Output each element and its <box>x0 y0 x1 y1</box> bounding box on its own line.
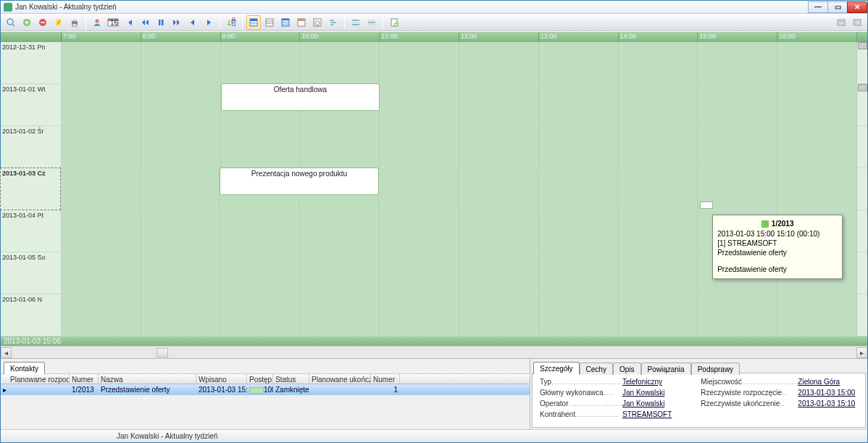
day-row-3[interactable]: 2013-01-03 Cz Prezentacja nowego produkt… <box>1 168 867 210</box>
time-col-16: 16:00 <box>777 33 796 40</box>
scroll-left-icon[interactable]: ◂ <box>1 347 12 358</box>
col-planned-end[interactable]: Planowane ukończeni <box>309 374 371 384</box>
view-week-icon[interactable] <box>246 15 261 30</box>
horizontal-scrollbar[interactable]: ◂ ▸ <box>1 346 867 358</box>
svg-rect-7 <box>72 24 77 26</box>
calendar-grid[interactable]: 2012-12-31 Pn 2013-01-01 Wt Oferta handl… <box>1 42 867 336</box>
bottom-panel: Kontakty Planowane rozpoczęci Numer Nazw… <box>1 358 867 429</box>
tab-kontakty[interactable]: Kontakty <box>4 362 45 374</box>
search-icon[interactable] <box>4 15 18 30</box>
pause-icon[interactable] <box>154 15 168 30</box>
delete-icon[interactable] <box>36 15 50 30</box>
report-icon[interactable] <box>387 15 401 30</box>
day-label-current: 2013-01-03 Cz <box>0 167 61 210</box>
prev-fast-icon[interactable] <box>138 15 152 30</box>
print-icon[interactable] <box>67 15 82 30</box>
time-col-11: 11:00 <box>380 33 398 40</box>
label-miejscowosc: Miejscowość <box>701 378 742 386</box>
scroll-thumb[interactable] <box>157 348 168 357</box>
svg-rect-38 <box>368 24 375 25</box>
list1-icon[interactable] <box>349 15 363 30</box>
appointment-tooltip: 1/2013 2013-01-03 15:00 15:10 (00:10) [1… <box>712 215 843 279</box>
tab-szczegoly[interactable]: Szczegóły <box>533 362 580 374</box>
appointment-oferta[interactable]: Oferta handlowa <box>221 83 380 111</box>
value-kontrahent[interactable]: STREAMSOFT <box>622 410 672 418</box>
layout1-icon[interactable] <box>834 15 848 30</box>
layout2-icon[interactable] <box>850 15 864 30</box>
table-row[interactable]: ▸ 1/2013 Przedstawienie oferty 2013-01-0… <box>1 384 530 395</box>
time-col-13: 13:00 <box>539 33 557 40</box>
window-title: Jan Kowalski - Aktualny tydzień <box>15 3 117 11</box>
view-day-icon[interactable] <box>294 15 309 30</box>
svg-rect-36 <box>368 20 375 21</box>
sort-icon[interactable]: AB <box>224 15 238 30</box>
label-ukonczenie: Rzeczywiste ukończenie <box>701 399 780 407</box>
svg-line-1 <box>12 24 14 26</box>
prev-icon[interactable] <box>185 15 200 30</box>
close-button[interactable]: ✕ <box>847 1 867 13</box>
tab-podsprawy[interactable]: Podsprawy <box>691 363 740 375</box>
svg-rect-12 <box>159 20 161 25</box>
label-wykonawca: Główny wykonawca <box>540 389 604 397</box>
window-status-bar: Jan Kowalski - Aktualny tydzień <box>1 429 867 442</box>
col-status[interactable]: Status <box>273 374 309 384</box>
day-row-4[interactable]: 2013-01-04 Pt 1/2013 2013-01-03 15:00 15… <box>1 210 867 252</box>
value-rozpoczecie[interactable]: 2013-01-03 15:00 <box>798 389 855 397</box>
col-entered[interactable]: Wpisano <box>196 374 247 384</box>
col-number2[interactable]: Numer <box>371 374 400 384</box>
day-row-0[interactable]: 2012-12-31 Pn <box>1 42 867 84</box>
svg-rect-6 <box>72 19 77 21</box>
appointment-small[interactable] <box>700 202 713 209</box>
value-operator[interactable]: Jan Kowalski <box>622 399 664 407</box>
svg-point-8 <box>96 20 99 23</box>
col-name[interactable]: Nazwa <box>99 374 196 384</box>
add-icon[interactable] <box>20 15 34 30</box>
status-time: 2013-01-03 15:06 <box>4 337 61 345</box>
tooltip-subject: Przedstawienie oferty <box>717 248 838 257</box>
svg-rect-45 <box>761 220 769 228</box>
next-fast-icon[interactable] <box>170 15 184 30</box>
day-row-6[interactable]: 2013-01-06 N <box>1 294 867 336</box>
tooltip-desc: Przedstawienie oferty <box>717 265 838 274</box>
row-marker-icon: ▸ <box>1 386 8 394</box>
time-col-8: 8:00 <box>141 33 156 40</box>
edit-icon[interactable] <box>51 15 66 30</box>
user-icon[interactable] <box>90 15 104 30</box>
calendar-day-icon[interactable]: 16 <box>106 15 120 30</box>
maximize-button[interactable]: ▭ <box>827 1 848 13</box>
time-col-10: 10:00 <box>300 33 318 40</box>
value-typ[interactable]: Telefoniczny <box>622 378 662 386</box>
view-gantt-icon[interactable] <box>326 15 341 30</box>
day-row-2[interactable]: 2013-01-02 Śr <box>1 126 867 168</box>
time-col-9: 9:00 <box>221 33 235 40</box>
svg-rect-32 <box>330 24 333 25</box>
label-rozpoczecie: Rzeczywiste rozpoczęcie <box>701 389 782 397</box>
time-col-14: 14:00 <box>619 33 637 40</box>
tooltip-contractor: [1] STREAMSOFT <box>717 239 838 248</box>
view-clock-icon[interactable] <box>310 15 325 30</box>
next-icon[interactable] <box>201 15 216 30</box>
col-progress[interactable]: Postęp <box>247 374 273 384</box>
value-miejscowosc[interactable]: Zielona Góra <box>798 378 840 386</box>
svg-rect-13 <box>162 20 164 25</box>
value-wykonawca[interactable]: Jan Kowalski <box>622 389 664 397</box>
list2-icon[interactable] <box>364 15 379 30</box>
grid-status-bar: 2013-01-03 15:06 <box>1 336 867 346</box>
first-icon[interactable] <box>122 15 136 30</box>
svg-rect-21 <box>266 19 273 26</box>
col-planned-start[interactable]: Planowane rozpoczęci <box>8 374 70 384</box>
appointment-prezentacja[interactable]: Prezentacja nowego produktu <box>220 167 379 195</box>
details-pane: Typ..............................Telefon… <box>532 373 866 428</box>
app-window: Jan Kowalski - Aktualny tydzień — ▭ ✕ 16… <box>0 0 868 443</box>
minimize-button[interactable]: — <box>808 1 828 13</box>
day-row-1[interactable]: 2013-01-01 Wt Oferta handlowa <box>1 84 867 126</box>
scroll-right-icon[interactable]: ▸ <box>856 347 867 358</box>
tab-powiazania[interactable]: Powiązania <box>641 363 691 375</box>
col-number[interactable]: Numer <box>70 374 99 384</box>
tab-opis[interactable]: Opis <box>613 363 641 375</box>
value-ukonczenie[interactable]: 2013-01-03 15:10 <box>798 399 855 407</box>
view-list-icon[interactable] <box>262 15 277 30</box>
tab-cechy[interactable]: Cechy <box>580 363 613 375</box>
view-month-icon[interactable] <box>278 15 293 30</box>
app-icon <box>4 3 12 12</box>
